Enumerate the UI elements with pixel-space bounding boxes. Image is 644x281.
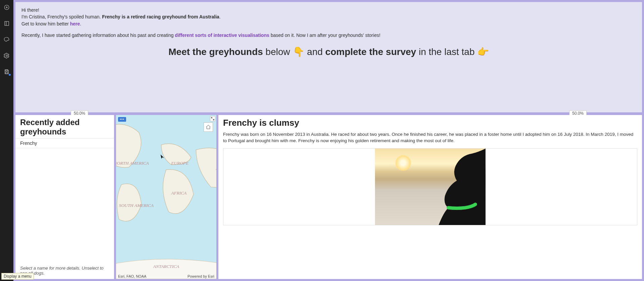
spacer [21, 27, 636, 32]
intro-line2: I'm Cristina, Frenchy's spoiled human. F… [21, 13, 636, 20]
cursor-icon [160, 154, 166, 160]
svg-rect-7 [6, 72, 8, 74]
list-item[interactable]: Frenchy [15, 138, 114, 148]
headline-bold2: complete the survey [325, 47, 416, 57]
intro-line3b: . [80, 21, 81, 26]
intro-viz-link[interactable]: different sorts of interactive visualisa… [175, 33, 269, 38]
label-as: ASIA [216, 166, 216, 171]
headline-t3: in the last tab [416, 47, 477, 57]
add-icon[interactable] [2, 3, 11, 12]
label-ant: ANTARCTICA [153, 264, 179, 269]
intro-line2c: . [219, 14, 221, 19]
headline-t1: below [263, 47, 293, 57]
map-home-button[interactable] [204, 122, 213, 132]
svg-point-5 [6, 55, 8, 57]
editor-side-toolbar [0, 0, 13, 281]
label-sa: SOUTH AMERICA [119, 203, 154, 208]
horizontal-splitter[interactable]: 50.0% 50.0% [15, 112, 642, 115]
intro-headline: Meet the greyhounds below 👇 and complete… [21, 45, 636, 59]
detail-title: Frenchy is clumsy [223, 118, 637, 128]
map-menu-button[interactable] [118, 117, 126, 122]
greyhound-list-pane: Recently added greyhounds Frenchy Select… [15, 115, 116, 279]
theme-icon[interactable] [2, 35, 11, 44]
greyhound-photo [375, 149, 486, 225]
intro-line3: Get to know him better here. [21, 20, 636, 27]
headline-t2: and [305, 47, 325, 57]
intro-line2a: I'm Cristina, Frenchy's spoiled human. [21, 14, 102, 19]
label-na: NORTH AMERICA [116, 161, 149, 166]
bottom-row: Recently added greyhounds Frenchy Select… [15, 115, 642, 281]
intro-here-link[interactable]: here [70, 21, 80, 26]
detail-image-frame [223, 148, 637, 225]
svg-rect-6 [6, 70, 8, 71]
map-surface[interactable]: NORTH AMERICA SOUTH AMERICA EUROPE AFRIC… [116, 115, 216, 279]
settings-icon[interactable] [2, 51, 11, 60]
sun-glow [395, 155, 412, 171]
intro-line3a: Get to know him better [21, 21, 70, 26]
list-title: Recently added greyhounds [15, 115, 114, 138]
pointing-down-icon: 👇 [293, 47, 305, 57]
label-af: AFRICA [171, 190, 187, 195]
layout-icon[interactable] [2, 19, 11, 28]
intro-line4b: based on it. Now I am after your greyhou… [269, 33, 380, 38]
detail-pane: Frenchy is clumsy Frenchy was born on 16… [218, 115, 642, 279]
main-canvas: Hi there! I'm Cristina, Frenchy's spoile… [13, 0, 644, 281]
intro-line1: Hi there! [21, 7, 636, 13]
intro-line4a: Recently, I have started gathering infor… [21, 33, 175, 38]
world-map: NORTH AMERICA SOUTH AMERICA EUROPE AFRIC… [116, 115, 216, 279]
label-eu: EUROPE [171, 161, 189, 166]
save-icon[interactable] [2, 67, 11, 76]
tooltip-display-menu: Display a menu [1, 273, 34, 280]
map-expand-button[interactable] [210, 116, 215, 121]
pointing-right-icon: 👉 [477, 47, 489, 57]
detail-body: Frenchy was born on 16 November 2013 in … [223, 131, 637, 144]
dog-silhouette [425, 149, 486, 225]
intro-line4: Recently, I have started gathering infor… [21, 32, 636, 39]
intro-panel: Hi there! I'm Cristina, Frenchy's spoile… [15, 0, 642, 112]
svg-rect-3 [5, 21, 9, 25]
map-pane[interactable]: NORTH AMERICA SOUTH AMERICA EUROPE AFRIC… [116, 115, 218, 279]
intro-line2b: Frenchy is a retired racing greyhound fr… [102, 14, 219, 19]
headline-bold1: Meet the greyhounds [168, 47, 263, 57]
